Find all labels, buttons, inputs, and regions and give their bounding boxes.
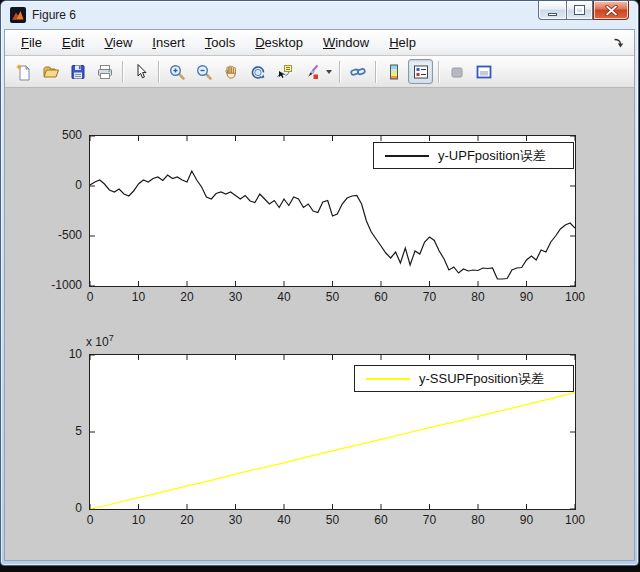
tick-label: 10 bbox=[122, 513, 156, 528]
figure-window: Figure 6 File Edit View Insert Tools Des… bbox=[0, 0, 639, 566]
insert-colorbar-button[interactable] bbox=[381, 59, 406, 84]
tick-label: 20 bbox=[170, 290, 204, 305]
new-figure-icon bbox=[15, 63, 33, 81]
tick-label: 0 bbox=[37, 501, 82, 516]
menu-help[interactable]: Help bbox=[379, 32, 426, 53]
tick-label: 60 bbox=[364, 290, 398, 305]
tick-label: 30 bbox=[219, 290, 253, 305]
tick-label: -1000 bbox=[37, 278, 82, 293]
legend-upf[interactable]: y-UPFposition误差 bbox=[373, 142, 574, 169]
tick-label: 60 bbox=[364, 513, 398, 528]
window-controls bbox=[538, 1, 629, 20]
restore-button[interactable] bbox=[566, 1, 593, 20]
zoom-in-icon bbox=[168, 63, 186, 81]
screen: { "window": { "title": "Figure 6" }, "me… bbox=[0, 0, 640, 572]
legend-ssupf[interactable]: y-SSUPFposition误差 bbox=[354, 365, 574, 392]
menu-window[interactable]: Window bbox=[313, 32, 379, 53]
insert-legend-icon bbox=[412, 63, 430, 81]
menu-desktop[interactable]: Desktop bbox=[245, 32, 313, 53]
tick-label: 70 bbox=[413, 290, 447, 305]
insert-colorbar-icon bbox=[385, 63, 403, 81]
toolbar-separator bbox=[438, 61, 439, 83]
menu-view[interactable]: View bbox=[94, 32, 142, 53]
tick-label: 30 bbox=[219, 513, 253, 528]
close-button[interactable] bbox=[593, 1, 629, 20]
menu-file[interactable]: File bbox=[11, 32, 52, 53]
zoom-in-button[interactable] bbox=[164, 59, 189, 84]
series-line bbox=[90, 393, 575, 509]
tick-label: 80 bbox=[461, 513, 495, 528]
dock-figure-arrow[interactable] bbox=[612, 37, 624, 49]
dock-arrow-icon bbox=[612, 37, 624, 49]
legend-label: y-SSUPFposition误差 bbox=[419, 370, 544, 388]
link-plot-button[interactable] bbox=[345, 59, 370, 84]
brush-icon bbox=[303, 63, 321, 81]
pan-hand-button[interactable] bbox=[218, 59, 243, 84]
rotate-3d-icon bbox=[249, 63, 267, 81]
client-area: File Edit View Insert Tools Desktop Wind… bbox=[4, 29, 635, 561]
hide-plot-tools-icon bbox=[448, 63, 466, 81]
tick-label: 90 bbox=[510, 513, 544, 528]
tick-label: 40 bbox=[267, 513, 301, 528]
show-plot-tools-button[interactable] bbox=[471, 59, 496, 84]
toolbar-separator bbox=[158, 61, 159, 83]
edit-plot-pointer-button[interactable] bbox=[128, 59, 153, 84]
legend-label: y-UPFposition误差 bbox=[438, 147, 546, 165]
menu-bar: File Edit View Insert Tools Desktop Wind… bbox=[5, 30, 634, 56]
close-icon bbox=[605, 5, 618, 16]
tick-label: 20 bbox=[170, 513, 204, 528]
tick-label: 100 bbox=[558, 513, 592, 528]
series-line bbox=[90, 171, 575, 279]
brush-data-button[interactable] bbox=[299, 59, 324, 84]
y-axis-multiplier: x 107 bbox=[86, 333, 114, 349]
menu-tools[interactable]: Tools bbox=[195, 32, 245, 53]
window-title: Figure 6 bbox=[32, 8, 76, 22]
data-cursor-icon bbox=[276, 63, 294, 81]
tick-label: 70 bbox=[413, 513, 447, 528]
print-figure-button[interactable] bbox=[92, 59, 117, 84]
legend-line-sample bbox=[385, 155, 429, 157]
zoom-out-button[interactable] bbox=[191, 59, 216, 84]
tick-label: 50 bbox=[316, 290, 350, 305]
legend-line-sample bbox=[366, 378, 410, 380]
tick-label: 100 bbox=[558, 290, 592, 305]
tick-label: 80 bbox=[461, 290, 495, 305]
brush-dropdown-arrow[interactable] bbox=[326, 70, 332, 74]
figure-canvas: x 107 y-UPFposition误差 y-SSUPFposition误差 … bbox=[5, 88, 634, 560]
rotate-3d-button[interactable] bbox=[245, 59, 270, 84]
link-plot-icon bbox=[349, 63, 367, 81]
tick-label: 500 bbox=[37, 128, 82, 143]
menu-insert[interactable]: Insert bbox=[142, 32, 195, 53]
tick-label: 5 bbox=[37, 424, 82, 439]
tick-label: 10 bbox=[37, 347, 82, 362]
matlab-app-icon bbox=[10, 7, 26, 23]
toolbar-separator bbox=[339, 61, 340, 83]
data-cursor-button[interactable] bbox=[272, 59, 297, 84]
minimize-button[interactable] bbox=[538, 1, 566, 20]
tick-label: -500 bbox=[37, 228, 82, 243]
pan-hand-icon bbox=[222, 63, 240, 81]
toolbar-separator bbox=[122, 61, 123, 83]
print-figure-icon bbox=[96, 63, 114, 81]
minimize-icon bbox=[548, 13, 557, 16]
hide-plot-tools-button[interactable] bbox=[444, 59, 469, 84]
pointer-icon bbox=[132, 63, 150, 81]
menu-edit[interactable]: Edit bbox=[52, 32, 94, 53]
new-figure-button[interactable] bbox=[11, 59, 36, 84]
tick-label: 50 bbox=[316, 513, 350, 528]
title-bar[interactable]: Figure 6 bbox=[1, 1, 638, 29]
tick-label: 90 bbox=[510, 290, 544, 305]
save-figure-icon bbox=[69, 63, 87, 81]
insert-legend-button[interactable] bbox=[408, 59, 433, 84]
tick-label: 10 bbox=[122, 290, 156, 305]
open-file-icon bbox=[42, 63, 60, 81]
tick-label: 0 bbox=[37, 178, 82, 193]
save-figure-button[interactable] bbox=[65, 59, 90, 84]
toolbar bbox=[5, 56, 634, 88]
tick-label: 40 bbox=[267, 290, 301, 305]
zoom-out-icon bbox=[195, 63, 213, 81]
restore-icon bbox=[575, 6, 584, 14]
toolbar-separator bbox=[375, 61, 376, 83]
show-plot-tools-icon bbox=[475, 63, 493, 81]
open-file-button[interactable] bbox=[38, 59, 63, 84]
